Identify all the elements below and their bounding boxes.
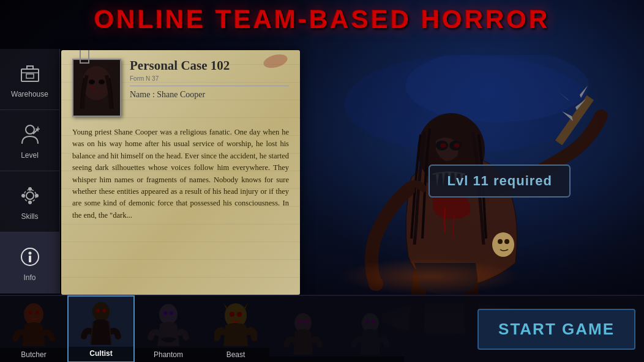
case-name: Name : Shane Cooper: [130, 90, 289, 100]
slot6-label: [337, 356, 404, 362]
case-photo: [72, 59, 121, 117]
svg-point-27: [28, 187, 32, 191]
svg-point-36: [89, 79, 95, 84]
svg-point-7: [440, 143, 446, 148]
svg-rect-33: [29, 256, 31, 262]
character-slot-phantom[interactable]: Phantom: [135, 295, 202, 362]
character-slot-5[interactable]: [269, 295, 337, 362]
svg-point-40: [28, 311, 32, 314]
case-body-text: Young priest Shane Cooper was a religiou…: [72, 123, 289, 221]
character-slot-butcher[interactable]: Butcher: [0, 295, 67, 362]
svg-point-52: [298, 320, 302, 323]
phantom-thumbnail: [135, 300, 202, 348]
svg-point-45: [159, 304, 178, 325]
bottom-character-bar: Butcher Cultist: [0, 295, 644, 362]
svg-point-50: [237, 312, 242, 317]
paperclip-decoration: [80, 50, 89, 64]
svg-point-56: [372, 320, 375, 323]
character-slot-cultist[interactable]: Cultist: [67, 295, 135, 362]
svg-point-25: [26, 192, 34, 199]
sidebar-item-skills[interactable]: Skills: [0, 171, 59, 232]
svg-point-28: [28, 201, 32, 204]
cultist-label: Cultist: [69, 347, 133, 361]
case-title: Personal Case 102: [130, 59, 289, 73]
svg-point-39: [24, 303, 43, 325]
case-divider: [130, 86, 289, 86]
svg-point-18: [504, 239, 509, 244]
sidebar-skills-label: Skills: [21, 212, 38, 221]
svg-point-47: [170, 311, 173, 315]
sidebar-info-label: Info: [23, 273, 36, 282]
slot5-label: [269, 356, 337, 362]
case-card: Personal Case 102 Form N 37 Name : Shane…: [61, 50, 300, 295]
person-icon: [17, 122, 43, 147]
box-icon: [17, 61, 43, 86]
svg-point-49: [230, 312, 234, 317]
svg-point-53: [304, 320, 308, 323]
svg-rect-19: [21, 69, 39, 81]
start-game-button[interactable]: START GAME: [477, 309, 635, 350]
phantom-label: Phantom: [135, 348, 202, 362]
sidebar-level-label: Level: [21, 151, 39, 160]
info-icon: [17, 244, 43, 270]
character-slot-6[interactable]: [337, 295, 404, 362]
case-header: Personal Case 102 Form N 37 Name : Shane…: [72, 59, 289, 117]
case-title-section: Personal Case 102 Form N 37 Name : Shane…: [130, 59, 289, 100]
level-required-badge: Lvl 11 required: [429, 164, 571, 198]
svg-point-29: [21, 194, 25, 198]
svg-point-8: [454, 143, 460, 148]
sidebar-item-warehouse[interactable]: Warehouse: [0, 49, 59, 110]
svg-point-37: [99, 79, 105, 84]
sidebar-item-level[interactable]: Level: [0, 110, 59, 171]
sidebar-item-info[interactable]: Info: [0, 232, 59, 294]
butcher-label: Butcher: [0, 348, 67, 362]
svg-point-43: [96, 309, 100, 312]
svg-point-16: [492, 232, 514, 257]
beast-label: Beast: [202, 348, 269, 362]
ground-fire-effect: [338, 258, 522, 295]
case-form-number: Form N 37: [130, 75, 289, 82]
gear-icon: [17, 183, 43, 209]
svg-point-42: [92, 302, 110, 322]
svg-point-17: [498, 239, 503, 244]
svg-point-30: [35, 194, 39, 198]
slot5-thumbnail: [269, 309, 337, 356]
cultist-thumbnail: [69, 299, 133, 347]
svg-rect-20: [26, 74, 34, 78]
slot6-thumbnail: [337, 309, 404, 356]
svg-point-44: [102, 309, 106, 312]
svg-point-55: [365, 320, 369, 323]
svg-point-46: [163, 311, 167, 315]
butcher-thumbnail: [0, 300, 67, 348]
svg-point-21: [26, 125, 34, 134]
beast-thumbnail: [202, 300, 269, 348]
main-title: ONLINE TEAM-BASED HORROR: [0, 5, 644, 34]
svg-point-41: [36, 311, 39, 314]
sidebar: Warehouse Level Skills: [0, 49, 60, 294]
svg-point-32: [28, 251, 31, 254]
character-slot-beast[interactable]: Beast: [202, 295, 269, 362]
sidebar-warehouse-label: Warehouse: [11, 90, 48, 98]
